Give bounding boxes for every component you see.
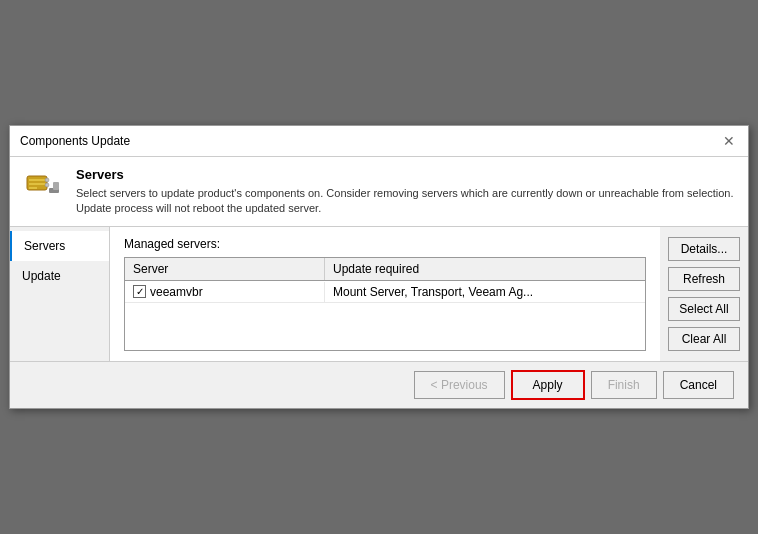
clear-all-button[interactable]: Clear All [668,327,740,351]
col-server-header: Server [125,258,325,280]
table-header: Server Update required [125,258,645,281]
server-cell[interactable]: veeamvbr [125,282,325,302]
server-table: Server Update required veeamvbr Mount Se… [124,257,646,351]
table-row: veeamvbr Mount Server, Transport, Veeam … [125,281,645,303]
header-section: Servers Select servers to update product… [10,157,748,228]
svg-rect-3 [29,187,37,189]
sidebar-item-update[interactable]: Update [10,261,109,291]
footer: < Previous Apply Finish Cancel [10,361,748,408]
content-with-buttons: Server Update required veeamvbr Mount Se… [124,257,646,351]
header-title: Servers [76,167,734,182]
top-buttons: Details... Refresh [668,237,740,291]
previous-button[interactable]: < Previous [414,371,505,399]
svg-point-4 [45,178,49,182]
close-button[interactable]: ✕ [720,132,738,150]
svg-rect-1 [29,179,45,181]
managed-servers-label: Managed servers: [124,237,646,251]
main-content: Servers Update Managed servers: Server U… [10,227,748,361]
bottom-buttons: Select All Clear All [668,297,740,351]
svg-rect-2 [29,183,45,185]
dialog-title: Components Update [20,134,130,148]
header-icon [24,167,64,207]
apply-button[interactable]: Apply [511,370,585,400]
svg-rect-7 [53,182,59,190]
col-update-header: Update required [325,258,645,280]
header-description: Select servers to update product's compo… [76,186,734,217]
table-body: veeamvbr Mount Server, Transport, Veeam … [125,281,645,350]
title-bar: Components Update ✕ [10,126,748,157]
server-name: veeamvbr [150,285,203,299]
row-checkbox[interactable] [133,285,146,298]
server-icon [25,168,63,206]
details-button[interactable]: Details... [668,237,740,261]
header-text: Servers Select servers to update product… [76,167,734,217]
update-required-cell: Mount Server, Transport, Veeam Ag... [325,282,645,302]
svg-point-5 [45,183,49,187]
components-update-dialog: Components Update ✕ Servers Select serv [9,125,749,410]
select-all-button[interactable]: Select All [668,297,740,321]
finish-button[interactable]: Finish [591,371,657,399]
sidebar: Servers Update [10,227,110,361]
right-panel: Details... Refresh Select All Clear All [660,227,748,361]
sidebar-item-servers[interactable]: Servers [10,231,109,261]
refresh-button[interactable]: Refresh [668,267,740,291]
cancel-button[interactable]: Cancel [663,371,734,399]
